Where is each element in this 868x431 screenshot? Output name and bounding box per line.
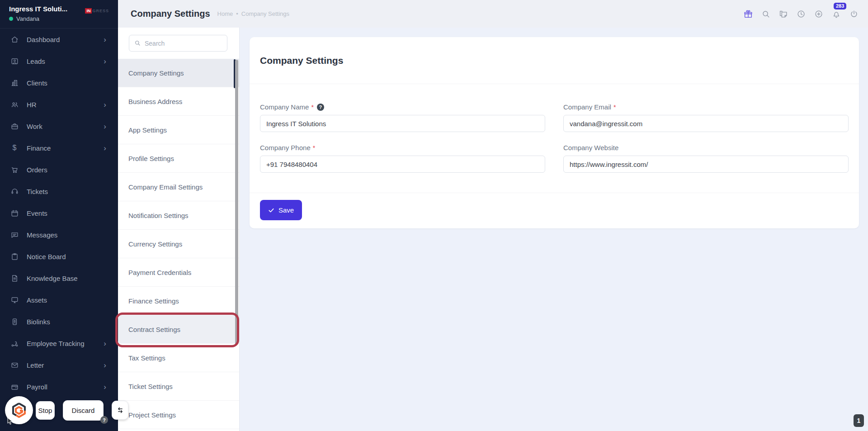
field-label: Company Website [563,144,849,152]
settings-nav-company-email-settings[interactable]: Company Email Settings [118,173,239,201]
stop-button-label: Stop [38,407,52,414]
sidebar-header[interactable]: Ingress IT Soluti... Vandana IN GRESS [0,0,118,28]
discard-button-label: Discard [72,407,95,414]
swap-button[interactable] [112,401,128,420]
sidebar-item-payroll[interactable]: Payroll › [0,376,118,398]
power-icon[interactable] [849,9,859,19]
settings-nav-ticket-settings[interactable]: Ticket Settings [118,372,239,401]
cart-icon [10,165,19,174]
home-icon [10,35,19,44]
plus-circle-icon[interactable] [814,9,824,19]
sidebar-item-clients[interactable]: Clients [0,72,118,94]
stop-button[interactable]: Stop [36,401,55,420]
sidebar-item-messages[interactable]: Messages [0,224,118,246]
company-phone-input[interactable] [260,156,545,173]
settings-nav-business-address[interactable]: Business Address [118,87,239,116]
notification-count-badge[interactable]: 283 [834,3,846,9]
sidebar-item-employee-tracking[interactable]: Employee Tracking › [0,332,118,354]
settings-nav-profile-settings[interactable]: Profile Settings [118,144,239,173]
sidebar-item-assets[interactable]: Assets [0,289,118,311]
mouse-cursor [7,417,13,425]
breadcrumb-current: Company Settings [241,10,289,17]
sidebar-item-hr[interactable]: HR › [0,94,118,115]
sidebar-item-letter[interactable]: Letter › [0,354,118,376]
help-badge[interactable]: ? [100,416,108,424]
settings-nav-app-settings[interactable]: App Settings [118,116,239,144]
sidebar-nav: Dashboard › Leads › Clients HR › Work › … [0,28,118,398]
save-button[interactable]: Save [260,200,302,220]
settings-nav-currency-settings[interactable]: Currency Settings [118,230,239,258]
hexagon-logo-icon [10,401,28,419]
gift-icon[interactable] [743,9,753,19]
chevron-right-icon: › [104,144,106,152]
company-email-input[interactable] [563,115,849,132]
field-company-name: Company Name * ? [260,103,545,132]
scrollbar-thumb[interactable] [235,60,238,345]
settings-nav-company-settings[interactable]: Company Settings [118,59,239,87]
settings-nav-panel: Company Settings Business Address App Se… [118,28,240,431]
page-number-badge[interactable]: 1 [854,414,864,427]
chevron-right-icon: › [104,361,106,369]
online-status-dot [9,17,13,21]
breadcrumb-home[interactable]: Home [217,10,233,17]
sidebar-item-label: Knowledge Base [27,275,106,282]
company-website-input[interactable] [563,156,849,173]
sidebar-item-leads[interactable]: Leads › [0,50,118,72]
chevron-right-icon: › [104,383,106,391]
settings-nav-finance-settings[interactable]: Finance Settings [118,287,239,315]
sidebar-item-label: Biolinks [27,318,106,326]
monitor-icon [10,295,19,304]
required-asterisk: * [313,144,315,152]
briefcase-icon [10,122,19,131]
discard-button[interactable]: Discard [63,400,104,421]
sidebar-item-notice-board[interactable]: Notice Board [0,246,118,267]
sidebar-item-finance[interactable]: $ Finance › [0,137,118,159]
swap-arrows-icon [116,406,125,415]
settings-nav-contract-settings[interactable]: Contract Settings [118,315,239,344]
id-badge-icon [10,317,19,326]
notes-icon[interactable] [778,9,788,19]
settings-nav-payment-credentials[interactable]: Payment Credentials [118,258,239,287]
chat-icon [10,230,19,239]
settings-nav-tax-settings[interactable]: Tax Settings [118,344,239,372]
help-icon[interactable]: ? [317,104,324,111]
settings-nav-project-settings[interactable]: Project Settings [118,401,239,429]
required-asterisk: * [613,104,616,111]
sidebar-item-label: Notice Board [27,253,106,260]
sidebar-item-knowledge-base[interactable]: Knowledge Base [0,267,118,289]
sidebar-item-biolinks[interactable]: Biolinks [0,311,118,332]
sidebar-item-work[interactable]: Work › [0,115,118,137]
required-asterisk: * [311,104,313,111]
search-icon[interactable] [761,9,771,19]
envelope-icon [10,360,19,369]
people-icon [10,100,19,109]
sidebar-item-label: Leads [27,57,104,65]
field-company-website: Company Website [563,144,849,173]
chevron-right-icon: › [104,101,106,109]
app-sidebar: Ingress IT Soluti... Vandana IN GRESS Da… [0,0,118,431]
settings-nav-notification-settings[interactable]: Notification Settings [118,201,239,230]
chevron-right-icon: › [104,340,106,347]
company-name-input[interactable] [260,115,545,132]
sidebar-item-tickets[interactable]: Tickets [0,180,118,202]
settings-search-input[interactable] [129,35,227,52]
sidebar-item-label: Payroll [27,383,104,391]
clock-icon[interactable] [796,9,806,19]
card-title: Company Settings [260,55,343,66]
field-label: Company Name * ? [260,103,545,111]
save-button-label: Save [278,206,294,214]
sidebar-item-label: Tickets [27,188,106,195]
sidebar-item-label: Finance [27,144,104,152]
chevron-right-icon: › [104,36,106,43]
sidebar-item-dashboard[interactable]: Dashboard › [0,28,118,50]
sidebar-item-events[interactable]: Events [0,202,118,224]
sidebar-item-label: Clients [27,79,106,87]
sidebar-item-label: HR [27,101,104,109]
field-company-email: Company Email * [563,103,849,132]
brand-logo: IN GRESS [85,8,109,14]
sidebar-item-orders[interactable]: Orders [0,159,118,180]
sidebar-item-label: Orders [27,166,106,174]
brand-logo-mark: IN [85,8,92,14]
bell-icon[interactable]: 283 [831,9,841,19]
search-icon [134,39,141,47]
